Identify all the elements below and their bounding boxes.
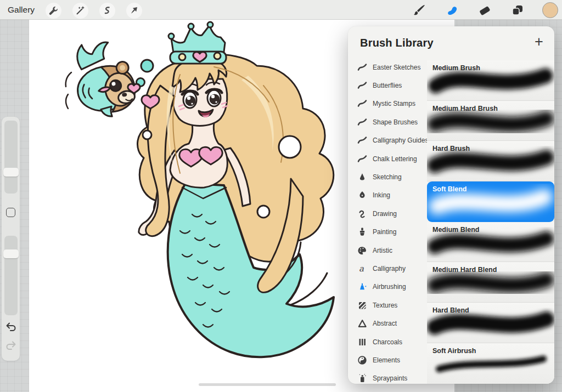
paintbrush-icon bbox=[412, 3, 426, 18]
category-elements[interactable]: Elements bbox=[348, 351, 427, 369]
selection-button[interactable] bbox=[99, 3, 115, 19]
adjustments-button[interactable] bbox=[72, 3, 88, 19]
paint-tool-button[interactable] bbox=[411, 2, 427, 19]
squiggle-icon bbox=[357, 209, 367, 219]
category-charcoals[interactable]: Charcoals bbox=[348, 333, 427, 351]
category-inking[interactable]: Inking bbox=[348, 186, 427, 204]
brush-stroke-icon bbox=[357, 135, 367, 145]
color-swatch-circle[interactable] bbox=[542, 2, 558, 18]
undo-button[interactable] bbox=[5, 321, 17, 333]
add-brush-button[interactable]: + bbox=[530, 33, 548, 50]
smudge-tool-button[interactable] bbox=[443, 2, 460, 19]
category-textures[interactable]: Textures bbox=[348, 296, 427, 314]
actions-button[interactable] bbox=[46, 3, 61, 19]
category-easter-sketches[interactable]: Easter Sketches bbox=[348, 58, 427, 76]
brush-stroke-icon bbox=[357, 81, 367, 90]
category-painting[interactable]: Painting bbox=[348, 223, 427, 241]
eraser-icon bbox=[477, 3, 492, 18]
brush-list: Medium Brush Medium Hard Brush Hard Brus… bbox=[427, 60, 554, 384]
three-bars-icon bbox=[357, 337, 367, 347]
hatched-square-icon bbox=[357, 300, 367, 310]
brush-size-slider-handle[interactable] bbox=[3, 168, 19, 177]
transform-button[interactable] bbox=[126, 3, 142, 19]
category-chalk-lettering[interactable]: Chalk Lettering bbox=[348, 150, 427, 168]
category-drawing[interactable]: Drawing bbox=[348, 204, 427, 223]
smudge-finger-icon bbox=[445, 3, 459, 18]
brush-category-list: Easter Sketches Butterflies Mystic Stamp… bbox=[348, 58, 427, 384]
brush-size-slider[interactable] bbox=[4, 121, 18, 194]
brush-stroke-icon bbox=[357, 154, 367, 164]
triangle-icon bbox=[357, 319, 367, 328]
category-spraypaints[interactable]: Spraypaints bbox=[348, 370, 427, 384]
undo-arrow-icon bbox=[5, 321, 17, 333]
category-sketching[interactable]: Sketching bbox=[348, 168, 427, 186]
svg-text:a: a bbox=[359, 264, 364, 274]
category-butterflies[interactable]: Butterflies bbox=[348, 76, 427, 94]
brush-soft-airbrush[interactable]: Soft Airbrush bbox=[427, 343, 554, 384]
redo-arrow-icon bbox=[5, 339, 17, 351]
bubble bbox=[141, 60, 153, 72]
transform-arrow-icon bbox=[129, 5, 139, 15]
italic-a-icon: a bbox=[357, 264, 367, 274]
home-indicator[interactable] bbox=[199, 383, 336, 386]
left-tool-sidebar bbox=[2, 117, 20, 361]
brush-stroke-icon bbox=[357, 99, 367, 109]
opacity-slider[interactable] bbox=[4, 236, 18, 315]
brush-medium-hard-brush[interactable]: Medium Hard Brush bbox=[427, 101, 554, 141]
category-artistic[interactable]: Artistic bbox=[348, 241, 427, 259]
modify-button[interactable] bbox=[6, 208, 15, 217]
spray-can-icon bbox=[357, 373, 367, 383]
category-abstract[interactable]: Abstract bbox=[348, 314, 427, 332]
category-calligraphy-guides[interactable]: Calligraphy Guides bbox=[348, 132, 427, 150]
brush-soft-blend[interactable]: Soft Blend bbox=[427, 181, 554, 222]
flat-brush-icon bbox=[357, 227, 367, 237]
ink-nib-icon bbox=[357, 190, 367, 200]
brush-hard-brush[interactable]: Hard Brush bbox=[427, 141, 554, 181]
opacity-slider-handle[interactable] bbox=[3, 249, 19, 258]
brush-hard-blend[interactable]: Hard Blend bbox=[427, 303, 554, 343]
brush-medium-brush[interactable]: Medium Brush bbox=[427, 60, 554, 101]
fish bbox=[70, 37, 139, 122]
top-toolbar: Gallery bbox=[0, 0, 562, 20]
category-mystic-stamps[interactable]: Mystic Stamps bbox=[348, 95, 427, 113]
layers-button[interactable] bbox=[509, 2, 526, 19]
selection-s-icon bbox=[102, 5, 112, 15]
category-shape-brushes[interactable]: Shape Brushes bbox=[348, 113, 427, 131]
panel-title: Brush Library bbox=[360, 37, 434, 49]
brush-medium-hard-blend[interactable]: Medium Hard Blend bbox=[427, 262, 554, 303]
brush-stroke-icon bbox=[357, 63, 367, 72]
category-calligraphy[interactable]: a Calligraphy bbox=[348, 259, 427, 277]
yin-yang-icon bbox=[357, 355, 367, 365]
palette-icon bbox=[357, 246, 367, 255]
brush-library-panel: Brush Library + Easter Sketches Butterfl… bbox=[348, 26, 554, 384]
brush-stroke-icon bbox=[357, 117, 367, 127]
canvas-artwork-mermaid-and-fish bbox=[33, 20, 351, 390]
pencil-tip-icon bbox=[357, 172, 367, 182]
redo-button[interactable] bbox=[5, 339, 17, 351]
magic-wand-icon bbox=[75, 5, 85, 15]
erase-tool-button[interactable] bbox=[476, 2, 493, 19]
brush-medium-blend[interactable]: Medium Blend bbox=[427, 222, 554, 263]
wrench-icon bbox=[48, 5, 58, 15]
category-airbrushing[interactable]: Airbrushing bbox=[348, 278, 427, 296]
layers-icon bbox=[510, 3, 525, 18]
airbrush-icon bbox=[357, 282, 367, 292]
gallery-button[interactable]: Gallery bbox=[8, 0, 35, 20]
